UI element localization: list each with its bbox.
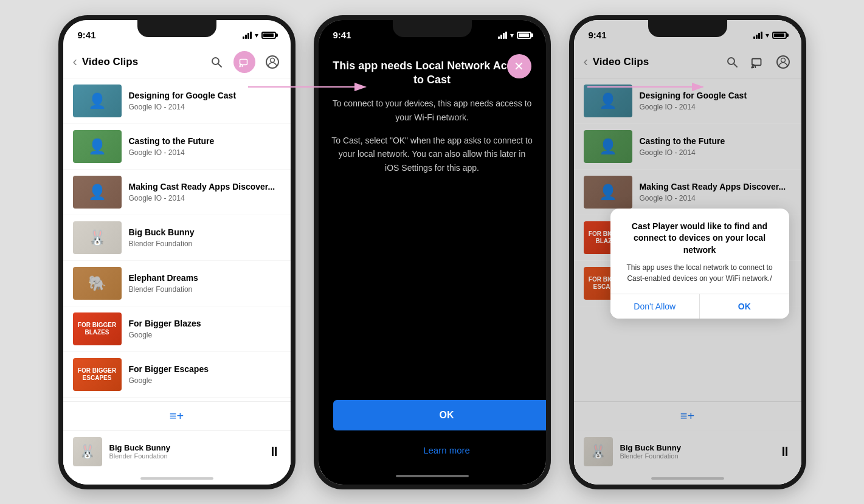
profile-button-left[interactable] xyxy=(264,54,281,71)
video-info: Casting to the Future Google IO - 2014 xyxy=(129,136,281,156)
scene: 9:41 ▾ ‹ Video Clips xyxy=(0,0,864,504)
video-thumbnail: FOR BIGGER ESCAPES xyxy=(73,358,122,391)
video-thumbnail: 👤 xyxy=(73,176,122,209)
search-button-left[interactable] xyxy=(208,54,225,71)
now-playing-left[interactable]: 🐰 Big Buck Bunny Blender Foundation ⏸ xyxy=(63,431,291,472)
close-button-middle[interactable]: ✕ xyxy=(507,54,531,78)
now-playing-thumb-left: 🐰 xyxy=(73,437,102,466)
video-info: For Bigger Blazes Google xyxy=(129,318,281,339)
home-bar-middle xyxy=(396,475,469,477)
phone-screen-left: 9:41 ▾ ‹ Video Clips xyxy=(63,20,291,485)
ios-dialog-title-right: Cast Player would like to find and conne… xyxy=(623,221,777,257)
video-subtitle: Google IO - 2014 xyxy=(129,103,281,111)
video-thumbnail: 🐘 xyxy=(73,267,122,300)
pause-button-left[interactable]: ⏸ xyxy=(268,444,281,460)
header-icons-left xyxy=(208,51,281,73)
video-title: Elephant Dreams xyxy=(129,272,281,283)
dont-allow-button-right[interactable]: Don't Allow xyxy=(610,294,700,319)
video-subtitle: Blender Foundation xyxy=(129,240,281,248)
status-icons-middle: ▾ xyxy=(498,31,531,40)
phone-screen-right: 9:41 ▾ ‹ Video Clips xyxy=(574,20,801,485)
video-info: Making Cast Ready Apps Discover... Googl… xyxy=(129,181,281,202)
video-subtitle: Google xyxy=(129,376,281,385)
status-time-left: 9:41 xyxy=(78,30,96,40)
home-bar-left xyxy=(140,477,213,480)
list-item[interactable]: 👤 Making Cast Ready Apps Discover... Goo… xyxy=(63,170,291,215)
phone-notch-middle xyxy=(393,20,472,37)
video-list-left: 👤 Designing for Google Cast Google IO - … xyxy=(63,78,291,419)
phone-screen-middle: 9:41 ▾ ✕ xyxy=(319,20,546,485)
battery-icon-left xyxy=(261,32,276,39)
video-title: For Bigger Escapes xyxy=(129,364,281,375)
now-playing-info-left: Big Buck Bunny Blender Foundation xyxy=(109,443,260,460)
video-title: Making Cast Ready Apps Discover... xyxy=(129,181,281,192)
app-header-left: ‹ Video Clips xyxy=(63,47,291,78)
phone-left: 9:41 ▾ ‹ Video Clips xyxy=(58,15,295,489)
signal-icon-left xyxy=(243,32,252,39)
list-item[interactable]: FOR BIGGER ESCAPES For Bigger Escapes Go… xyxy=(63,352,291,398)
bottom-bar-left: ≡+ 🐰 Big Buck Bunny Blender Foundation ⏸ xyxy=(63,401,291,485)
back-button-left[interactable]: ‹ xyxy=(73,54,77,70)
home-indicator-middle xyxy=(319,470,546,482)
cast-button-left-active[interactable] xyxy=(233,51,255,73)
video-title: Designing for Google Cast xyxy=(129,90,281,101)
video-thumbnail: 👤 xyxy=(73,85,122,117)
wifi-icon-middle: ▾ xyxy=(510,31,514,40)
ok-allow-button-right[interactable]: OK xyxy=(700,294,789,319)
video-subtitle: Google xyxy=(129,331,281,339)
header-title-left: Video Clips xyxy=(82,56,208,68)
video-thumbnail: 🐰 xyxy=(73,221,122,254)
video-thumbnail: 👤 xyxy=(73,130,122,163)
video-subtitle: Blender Foundation xyxy=(129,285,281,294)
video-info: For Bigger Escapes Google xyxy=(129,364,281,384)
dialog-buttons-middle: OK Learn more xyxy=(333,400,546,460)
video-title: Casting to the Future xyxy=(129,136,281,147)
svg-point-7 xyxy=(239,66,240,67)
list-item[interactable]: 🐘 Elephant Dreams Blender Foundation xyxy=(63,261,291,306)
now-playing-subtitle-left: Blender Foundation xyxy=(109,452,260,460)
ok-button-middle[interactable]: OK xyxy=(333,400,546,430)
wifi-icon-left: ▾ xyxy=(255,31,258,40)
ios-dialog-buttons-right: Don't Allow OK xyxy=(610,294,789,319)
dialog-title-middle: This app needs Local Network Access to C… xyxy=(331,59,534,88)
video-title: For Bigger Blazes xyxy=(129,318,281,329)
phones-wrapper: 9:41 ▾ ‹ Video Clips xyxy=(58,15,806,489)
video-info: Designing for Google Cast Google IO - 20… xyxy=(129,90,281,111)
learn-more-button-middle[interactable]: Learn more xyxy=(333,440,546,460)
now-playing-title-left: Big Buck Bunny xyxy=(109,443,260,452)
signal-icon-middle xyxy=(498,32,507,39)
video-subtitle: Google IO - 2014 xyxy=(129,148,281,157)
status-time-middle: 9:41 xyxy=(333,30,351,40)
close-icon-middle: ✕ xyxy=(514,60,524,72)
queue-icon-left: ≡+ xyxy=(170,409,184,423)
svg-point-9 xyxy=(270,58,274,63)
video-info: Elephant Dreams Blender Foundation xyxy=(129,272,281,293)
video-info: Big Buck Bunny Blender Foundation xyxy=(129,227,281,247)
video-thumbnail: FOR BIGGER BLAZES xyxy=(73,312,122,345)
queue-bar-left[interactable]: ≡+ xyxy=(63,402,291,431)
list-item[interactable]: 👤 Designing for Google Cast Google IO - … xyxy=(63,78,291,124)
phone-middle: 9:41 ▾ ✕ xyxy=(314,15,551,489)
list-item[interactable]: 🐰 Big Buck Bunny Blender Foundation xyxy=(63,215,291,261)
ios-dialog-body-right: This app uses the local network to conne… xyxy=(623,262,777,284)
svg-line-5 xyxy=(218,64,221,67)
battery-icon-middle xyxy=(517,32,531,39)
list-item[interactable]: 👤 Casting to the Future Google IO - 2014 xyxy=(63,124,291,170)
list-item[interactable]: FOR BIGGER BLAZES For Bigger Blazes Goog… xyxy=(63,306,291,352)
home-indicator-left xyxy=(63,472,291,485)
ios-dialog-right: Cast Player would like to find and conne… xyxy=(610,209,789,319)
phone-notch-left xyxy=(137,20,216,37)
phone-right: 9:41 ▾ ‹ Video Clips xyxy=(569,15,806,489)
video-title: Big Buck Bunny xyxy=(129,227,281,238)
status-icons-left: ▾ xyxy=(243,31,276,40)
dialog-body2-middle: To Cast, select "OK" when the app asks t… xyxy=(331,134,534,174)
dialog-body1-middle: To connect to your devices, this app nee… xyxy=(331,97,534,124)
video-subtitle: Google IO - 2014 xyxy=(129,194,281,202)
